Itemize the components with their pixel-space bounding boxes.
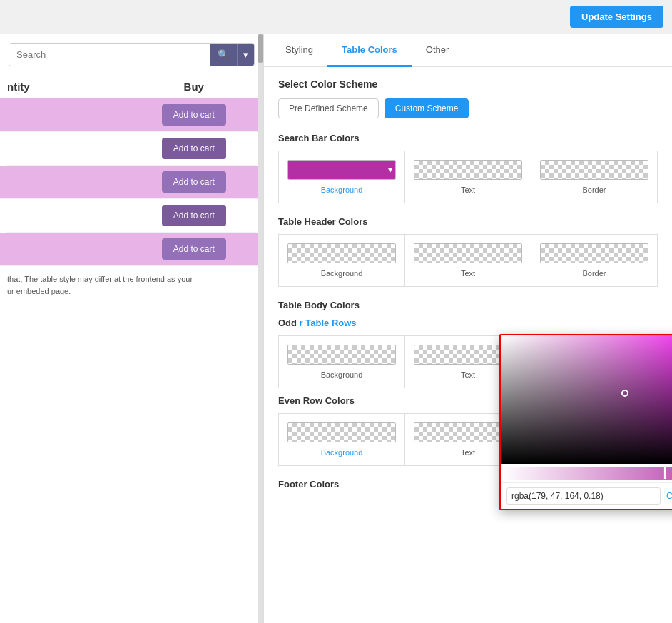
custom-scheme-button[interactable]: Custom Scheme xyxy=(385,98,469,118)
alpha-bar-container xyxy=(501,467,672,480)
buy-cell: Add to cart xyxy=(132,104,257,126)
search-bar-colors-title: Search Bar Colors xyxy=(278,133,658,143)
search-bg-swatch[interactable] xyxy=(287,160,396,180)
notice-text: that, The table style may differ at the … xyxy=(0,266,263,304)
odd-rows-label: Odd r Table Rows xyxy=(278,318,658,328)
table-row: Add to cart xyxy=(0,233,263,266)
main-layout: 🔍 ▾ ntity Buy Add to cart xyxy=(0,34,672,623)
header-text-swatch[interactable] xyxy=(414,243,522,263)
table-row: Add to cart xyxy=(7,199,256,233)
right-panel: Styling Table Colors Other Select Color … xyxy=(264,34,672,623)
table-preview: ntity Buy Add to cart Add to cart xyxy=(0,75,263,266)
chevron-down-icon: ▾ xyxy=(243,49,248,60)
dropdown-button[interactable]: ▾ xyxy=(237,44,254,66)
header-border-swatch[interactable] xyxy=(540,243,648,263)
search-border-swatch[interactable] xyxy=(540,160,648,180)
tab-table-colors[interactable]: Table Colors xyxy=(327,34,412,67)
header-bg-swatch-cell: Background xyxy=(279,235,405,286)
search-border-label: Border xyxy=(582,186,606,194)
color-picker-gradient-area xyxy=(501,335,672,464)
buy-cell: Add to cart xyxy=(132,138,257,159)
odd-rows-subtitle: r Table Rows xyxy=(300,318,357,328)
table-header-swatches: Background Text Border xyxy=(278,234,658,287)
header-bg-label: Background xyxy=(321,269,363,278)
buy-cell: Add to cart xyxy=(132,205,257,226)
table-header-colors-title: Table Header Colors xyxy=(278,216,658,227)
alpha-cursor xyxy=(663,467,666,480)
header-text-label: Text xyxy=(461,269,475,278)
col-quantity-header: ntity xyxy=(7,81,132,93)
search-icon: 🔍 xyxy=(218,49,230,60)
even-bg-swatch[interactable] xyxy=(287,422,396,442)
odd-bg-swatch-cell: Background xyxy=(279,336,405,388)
search-bar-colors-section: Search Bar Colors Background Text Border xyxy=(278,133,658,203)
table-header-row: ntity Buy xyxy=(7,75,256,98)
odd-bg-label: Background xyxy=(321,370,363,379)
header-bg-swatch[interactable] xyxy=(287,243,396,263)
table-header-colors-section: Table Header Colors Background Text Bord… xyxy=(278,216,658,287)
select-color-scheme-title: Select Color Scheme xyxy=(278,78,658,90)
color-value-input[interactable] xyxy=(506,487,661,505)
search-text-swatch[interactable] xyxy=(414,160,522,180)
table-row: Add to cart xyxy=(0,166,263,199)
top-bar: Update Settings xyxy=(0,0,672,34)
even-text-label: Text xyxy=(461,448,475,457)
add-to-cart-button[interactable]: Add to cart xyxy=(162,104,226,126)
search-text-swatch-cell: Text xyxy=(405,151,531,203)
odd-bg-swatch[interactable] xyxy=(287,345,396,365)
left-panel: 🔍 ▾ ntity Buy Add to cart xyxy=(0,34,264,623)
picker-cursor xyxy=(621,390,628,397)
pre-defined-scheme-button[interactable]: Pre Defined Scheme xyxy=(278,98,379,118)
search-input[interactable] xyxy=(9,44,210,66)
alpha-bar[interactable] xyxy=(501,467,672,480)
color-picker-popup: Clear OK xyxy=(499,334,672,510)
add-to-cart-button[interactable]: Add to cart xyxy=(162,238,226,260)
scrollbar[interactable] xyxy=(258,34,263,623)
col-buy-header: Buy xyxy=(132,81,257,93)
scheme-buttons: Pre Defined Scheme Custom Scheme xyxy=(278,98,658,118)
header-text-swatch-cell: Text xyxy=(405,235,531,286)
add-to-cart-button[interactable]: Add to cart xyxy=(162,205,226,226)
table-body-colors-title: Table Body Colors xyxy=(278,300,658,310)
tab-styling[interactable]: Styling xyxy=(271,34,327,67)
search-bg-label: Background xyxy=(321,186,363,194)
scroll-thumb xyxy=(258,34,263,63)
color-gradient-picker[interactable] xyxy=(501,335,672,464)
tab-other[interactable]: Other xyxy=(412,34,464,67)
add-to-cart-button[interactable]: Add to cart xyxy=(162,171,226,193)
table-row: Add to cart xyxy=(0,98,263,132)
update-settings-button[interactable]: Update Settings xyxy=(570,6,663,28)
clear-button[interactable]: Clear xyxy=(666,491,672,501)
header-border-label: Border xyxy=(582,269,606,278)
search-border-swatch-cell: Border xyxy=(531,151,657,203)
tabs: Styling Table Colors Other xyxy=(264,34,672,67)
table-row: Add to cart xyxy=(7,132,256,166)
search-icon-button[interactable]: 🔍 xyxy=(210,44,237,66)
color-input-row: Clear OK xyxy=(501,482,672,509)
add-to-cart-button[interactable]: Add to cart xyxy=(162,138,226,159)
search-bar: 🔍 ▾ xyxy=(9,43,255,66)
even-bg-label: Background xyxy=(321,448,363,457)
header-border-swatch-cell: Border xyxy=(531,235,657,286)
even-bg-swatch-cell: Background xyxy=(279,414,405,465)
search-text-label: Text xyxy=(461,186,475,194)
search-bar-swatches: Background Text Border xyxy=(278,151,658,203)
buy-cell: Add to cart xyxy=(132,238,257,260)
odd-text-label: Text xyxy=(461,370,475,379)
buy-cell: Add to cart xyxy=(132,171,257,193)
search-bg-swatch-cell: Background xyxy=(279,151,405,203)
